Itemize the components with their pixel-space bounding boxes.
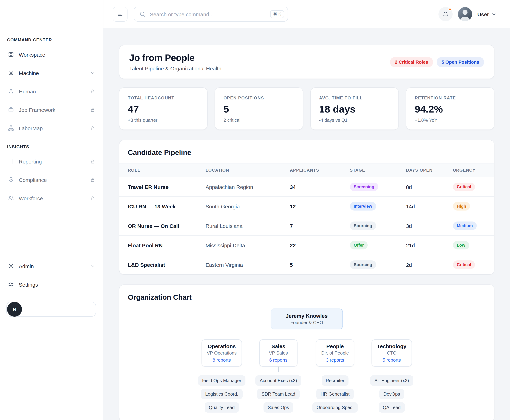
user-avatar[interactable] — [458, 7, 472, 21]
main-content: Jo from People Talent Pipeline & Organiz… — [103, 28, 510, 420]
stat-card-retention: RETENTION RATE 94.2% +1.8% YoY — [406, 87, 495, 130]
org-chart-title: Organization Chart — [119, 285, 494, 308]
stage-badge: Sourcing — [350, 260, 376, 269]
topbar-right: User — [438, 7, 496, 21]
org-chart-card: Organization Chart Jeremy Knowles Founde… — [119, 285, 495, 420]
reports-link[interactable]: 3 reports — [321, 357, 349, 363]
bar-chart-icon — [8, 158, 14, 165]
org-column-people: People Dir. of People 3 reports Recruite… — [309, 339, 362, 412]
stat-card-open-positions: OPEN POSITIONS 5 2 critical — [215, 87, 303, 130]
sidebar-item-workforce[interactable]: Workforce — [4, 190, 100, 207]
org-node-child[interactable]: Quality Lead — [205, 402, 239, 412]
org-node-operations[interactable]: Operations VP Operations 8 reports — [201, 339, 242, 367]
org-connector — [392, 367, 392, 372]
org-node-child[interactable]: Onboarding Spec. — [312, 402, 358, 412]
user-avatar-image — [458, 7, 472, 21]
briefcase-icon — [8, 106, 14, 113]
open-positions-badge: 5 Open Positions — [437, 57, 484, 67]
pipeline-row[interactable]: L&D Specialist Eastern Virginia 5 Sourci… — [119, 255, 494, 274]
pipeline-table: ROLE LOCATION APPLICANTS STAGE DAYS OPEN… — [119, 163, 494, 274]
pipeline-title: Candidate Pipeline — [119, 140, 494, 163]
candidate-pipeline-card: Candidate Pipeline ROLE LOCATION APPLICA… — [119, 140, 495, 275]
stat-card-time-to-fill: AVG. TIME TO FILL 18 days -4 days vs Q1 — [310, 87, 399, 130]
reports-link[interactable]: 6 reports — [264, 357, 292, 363]
lock-icon — [90, 89, 95, 94]
org-node-child[interactable]: HR Generalist — [316, 389, 354, 399]
chevron-down-icon — [90, 70, 95, 75]
stats-row: TOTAL HEADCOUNT 47 +3 this quarter OPEN … — [119, 87, 495, 130]
chevron-down-icon — [90, 263, 95, 269]
search-input[interactable] — [149, 11, 267, 17]
search-bar: ⌘ K — [134, 7, 288, 22]
sidebar: COMMAND CENTER Workspace Machine Human — [0, 0, 103, 420]
sliders-icon — [8, 281, 14, 288]
grid-icon — [8, 51, 14, 58]
sidebar-section-insights: INSIGHTS — [0, 138, 103, 153]
sidebar-item-admin[interactable]: Admin — [4, 258, 100, 275]
stat-card-headcount: TOTAL HEADCOUNT 47 +3 this quarter — [119, 87, 208, 130]
org-node-child[interactable]: SDR Team Lead — [257, 389, 300, 399]
reports-link[interactable]: 5 reports — [377, 357, 406, 363]
org-node-ceo[interactable]: Jeremy Knowles Founder & CEO — [270, 308, 343, 330]
chevron-down-icon — [491, 12, 496, 17]
org-node-child[interactable]: Sr. Engineer (x2) — [370, 375, 413, 386]
sidebar-item-workspace[interactable]: Workspace — [4, 46, 100, 63]
org-departments-row: Operations VP Operations 8 reports Field… — [195, 339, 418, 412]
hierarchy-icon — [8, 125, 14, 131]
page-header-card: Jo from People Talent Pipeline & Organiz… — [119, 45, 495, 79]
machine-icon — [8, 70, 14, 76]
sidebar-item-job-framework[interactable]: Job Framework — [4, 101, 100, 118]
stage-badge: Interview — [350, 202, 376, 210]
lock-icon — [90, 177, 95, 182]
stage-badge: Sourcing — [350, 222, 376, 230]
sidebar-item-labormap[interactable]: LaborMap — [4, 120, 100, 137]
sidebar-toggle-button[interactable] — [113, 7, 127, 22]
user-menu[interactable]: User — [477, 11, 496, 17]
sidebar-footer: Admin Settings N — [0, 254, 103, 317]
notification-dot — [448, 8, 451, 11]
org-connector — [307, 330, 307, 339]
sidebar-user-card[interactable]: N — [6, 301, 96, 317]
urgency-badge: Medium — [453, 222, 477, 230]
org-node-child[interactable]: Field Ops Manager — [198, 375, 246, 386]
pipeline-row[interactable]: Float Pool RN Mississippi Delta 22 Offer… — [119, 235, 494, 255]
notifications-button[interactable] — [438, 7, 452, 21]
org-node-child[interactable]: Sales Ops — [263, 402, 293, 412]
critical-roles-badge: 2 Critical Roles — [390, 57, 433, 67]
sidebar-item-machine[interactable]: Machine — [4, 64, 100, 81]
org-chart-body: Jeremy Knowles Founder & CEO Operations … — [119, 308, 494, 412]
org-node-people[interactable]: People Dir. of People 3 reports — [316, 339, 354, 367]
org-node-child[interactable]: DevOps — [379, 389, 404, 399]
stage-badge: Screening — [350, 183, 378, 191]
org-node-child[interactable]: Logistics Coord. — [201, 389, 242, 399]
shield-icon — [8, 177, 14, 183]
urgency-badge: Low — [453, 241, 469, 249]
org-column-sales: Sales VP Sales 6 reports Account Exec (x… — [252, 339, 305, 412]
org-node-child[interactable]: Recruiter — [321, 375, 349, 386]
reports-link[interactable]: 8 reports — [207, 357, 237, 363]
pipeline-row[interactable]: ICU RN — 13 Week South Georgia 12 Interv… — [119, 196, 494, 216]
page-title: Jo from People — [129, 52, 221, 63]
urgency-badge: Critical — [453, 260, 475, 269]
sidebar-section-command-center: COMMAND CENTER — [0, 28, 103, 46]
org-node-sales[interactable]: Sales VP Sales 6 reports — [259, 339, 297, 367]
sidebar-item-settings[interactable]: Settings — [4, 276, 100, 293]
org-node-child[interactable]: QA Lead — [379, 402, 405, 412]
pipeline-row[interactable]: OR Nurse — On Call Rural Louisiana 7 Sou… — [119, 216, 494, 235]
sidebar-item-reporting[interactable]: Reporting — [4, 153, 100, 170]
pipeline-row[interactable]: Travel ER Nurse Appalachian Region 34 Sc… — [119, 177, 494, 196]
org-node-technology[interactable]: Technology CTO 5 reports — [372, 339, 412, 367]
sidebar-user-avatar[interactable]: N — [7, 302, 22, 317]
lock-icon — [90, 107, 95, 112]
sidebar-item-human[interactable]: Human — [4, 83, 100, 100]
header-badges: 2 Critical Roles 5 Open Positions — [390, 57, 484, 67]
org-column-operations: Operations VP Operations 8 reports Field… — [195, 339, 248, 412]
urgency-badge: Critical — [453, 183, 475, 191]
org-node-child[interactable]: Account Exec (x3) — [255, 375, 301, 386]
pipeline-header-row: ROLE LOCATION APPLICANTS STAGE DAYS OPEN… — [119, 163, 494, 177]
org-column-technology: Technology CTO 5 reports Sr. Engineer (x… — [365, 339, 418, 412]
sidebar-item-compliance[interactable]: Compliance — [4, 171, 100, 188]
search-shortcut-kbd: ⌘ K — [270, 10, 284, 18]
page-header-text: Jo from People Talent Pipeline & Organiz… — [129, 52, 221, 71]
menu-icon — [117, 11, 123, 17]
